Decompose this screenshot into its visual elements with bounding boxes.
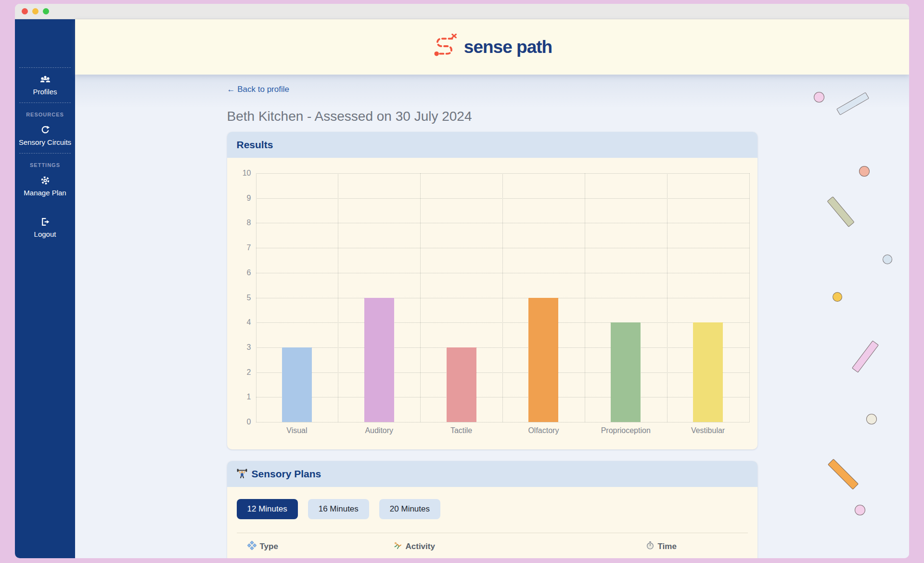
y-tick-label: 2: [247, 368, 251, 377]
bar-olfactory: [528, 298, 558, 422]
x-tick-label: Tactile: [420, 426, 502, 435]
close-button[interactable]: [22, 8, 28, 14]
y-tick-label: 7: [247, 243, 251, 252]
sidebar-item-label: Logout: [18, 229, 72, 239]
page-title: Beth Kitchen - Assessed on 30 July 2024: [227, 109, 757, 124]
plans-table-header-row: Type: [237, 533, 748, 552]
y-tick-label: 9: [247, 194, 251, 203]
sensory-plans-card-header: Sensory Plans: [227, 461, 757, 487]
stopwatch-icon: [646, 541, 654, 552]
y-tick-label: 1: [247, 393, 251, 401]
x-tick-label: Visual: [256, 426, 338, 435]
results-title: Results: [237, 139, 273, 151]
sidebar-item-label: Profiles: [18, 87, 72, 97]
sidebar-divider: [19, 102, 71, 103]
sidebar-section-resources: RESOURCES: [15, 112, 75, 117]
logout-icon: [18, 217, 72, 227]
back-to-profile-link[interactable]: ← Back to profile: [227, 85, 289, 94]
y-tick-label: 4: [247, 318, 251, 327]
chart-y-axis: 012345678910: [237, 173, 256, 422]
duration-tab-16-minutes[interactable]: 16 Minutes: [308, 499, 369, 519]
sidebar-item-profiles[interactable]: Profiles: [15, 68, 75, 102]
y-tick-label: 5: [247, 294, 251, 302]
column-header-activity: Activity: [393, 541, 646, 552]
minimize-button[interactable]: [32, 8, 38, 14]
chart-x-labels: VisualAuditoryTactileOlfactoryPropriocep…: [256, 426, 749, 435]
y-tick-label: 6: [247, 269, 251, 277]
sensory-plans-card: Sensory Plans 12 Minutes16 Minutes20 Min…: [227, 461, 757, 558]
diamond-icon: [247, 541, 257, 552]
x-tick-label: Auditory: [338, 426, 420, 435]
gear-icon: [18, 176, 72, 185]
x-tick-label: Proprioception: [585, 426, 667, 435]
bar-proprioception: [611, 322, 641, 422]
y-tick-label: 10: [243, 169, 251, 178]
x-tick-label: Vestibular: [667, 426, 749, 435]
refresh-icon: [18, 125, 72, 135]
column-header-time: Time: [646, 541, 748, 552]
weight-lifter-icon: [237, 468, 247, 480]
sidebar-item-manage-plan[interactable]: Manage Plan: [15, 169, 75, 204]
results-card-header: Results: [227, 132, 757, 158]
y-tick-label: 0: [247, 418, 251, 426]
logo: sense path: [432, 33, 552, 62]
sidebar-item-label: Sensory Circuits: [18, 137, 72, 147]
sidebar-item-label: Manage Plan: [18, 188, 72, 198]
column-header-type: Type: [237, 541, 393, 552]
content-area: ← Back to profile Beth Kitchen - Assesse…: [75, 75, 909, 558]
duration-tab-20-minutes[interactable]: 20 Minutes: [379, 499, 440, 519]
bar-visual: [282, 347, 312, 422]
sidebar-item-sensory-circuits[interactable]: Sensory Circuits: [15, 118, 75, 153]
duration-tab-12-minutes[interactable]: 12 Minutes: [237, 499, 298, 519]
y-tick-label: 3: [247, 343, 251, 352]
sidebar: Profiles RESOURCES Sensory Circuits SETT…: [15, 19, 75, 558]
chart-plot: [256, 173, 749, 422]
back-arrow-icon: ←: [227, 85, 235, 94]
cartwheel-icon: [393, 541, 402, 552]
users-icon: [18, 75, 72, 84]
app-window: Profiles RESOURCES Sensory Circuits SETT…: [15, 4, 909, 558]
duration-tabs: 12 Minutes16 Minutes20 Minutes: [237, 499, 748, 519]
bar-tactile: [447, 347, 476, 422]
bar-vestibular: [693, 322, 723, 422]
logo-text: sense path: [464, 37, 552, 57]
results-bar-chart: 012345678910 VisualAuditoryTactileOlfact…: [227, 158, 757, 449]
sensory-plans-title: Sensory Plans: [252, 468, 321, 480]
y-tick-label: 8: [247, 218, 251, 227]
results-card: Results 012345678910 VisualAuditoryTacti…: [227, 132, 757, 449]
zoom-button[interactable]: [43, 8, 49, 14]
logo-route-icon: [432, 33, 457, 62]
bar-auditory: [364, 298, 394, 422]
x-tick-label: Olfactory: [502, 426, 585, 435]
sidebar-item-logout[interactable]: Logout: [15, 210, 75, 245]
app-header: sense path: [75, 19, 909, 75]
sidebar-divider: [19, 153, 71, 154]
window-titlebar: [15, 4, 909, 19]
sidebar-section-settings: SETTINGS: [15, 162, 75, 168]
